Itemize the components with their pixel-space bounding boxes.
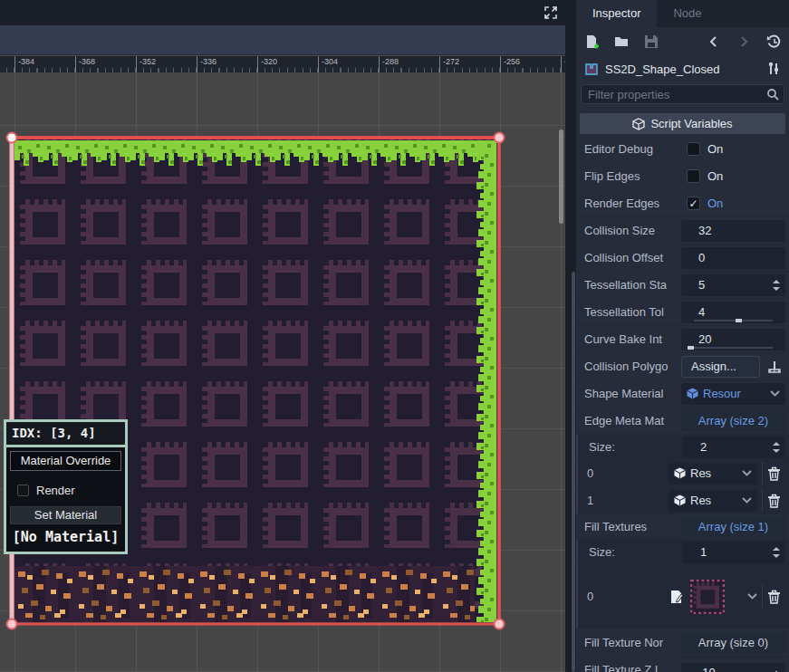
fill-textures-array-button[interactable]: Array (size 1) bbox=[681, 516, 785, 537]
ruler-tick: -352 bbox=[136, 56, 156, 72]
viewport-2d[interactable]: -384 -368 -352 -336 -320 -304 -288 -272 … bbox=[0, 0, 565, 672]
prop-flip-edges: Flip Edges On bbox=[576, 163, 789, 190]
resource-cube-icon bbox=[674, 494, 686, 506]
edge-meta-item-1: 1 Res bbox=[576, 487, 789, 514]
slider-thumb[interactable] bbox=[736, 319, 742, 322]
set-material-button[interactable]: Set Material bbox=[10, 506, 121, 524]
edge-meta-size-field[interactable]: 2 bbox=[683, 437, 785, 458]
tessellation-tolerance-field[interactable]: 4 bbox=[681, 302, 785, 323]
point-handle-topright[interactable] bbox=[495, 133, 505, 143]
chevron-down-icon bbox=[742, 470, 752, 476]
tessellation-stages-field[interactable]: 5 bbox=[681, 274, 785, 296]
render-checkbox[interactable] bbox=[17, 485, 29, 496]
shape-material-resource[interactable]: Resour bbox=[681, 383, 785, 405]
spinner-icon[interactable] bbox=[772, 440, 781, 455]
fill-textures-item-0: 0 bbox=[576, 565, 789, 629]
object-tools-icon[interactable] bbox=[765, 61, 782, 77]
prop-render-edges: Render Edges ✓On bbox=[576, 190, 789, 217]
viewport-vertical-scrollbar[interactable] bbox=[559, 130, 563, 224]
point-handle-bottomright[interactable] bbox=[495, 619, 505, 629]
prop-tessellation-tolerance: Tessellation Tol 4 bbox=[576, 299, 789, 326]
dock-tab-bar: Inspector Node bbox=[576, 0, 789, 27]
ruler-tick: -368 bbox=[75, 56, 95, 72]
prop-collision-polygon: Collision Polygo Assign... bbox=[576, 353, 789, 380]
load-resource-icon[interactable] bbox=[613, 34, 630, 50]
fill-textures-size-row: Size: 1 bbox=[576, 540, 789, 565]
ruler-tick: -304 bbox=[318, 56, 338, 72]
no-material-label: [No Material] bbox=[10, 524, 121, 547]
history-forward-icon[interactable] bbox=[736, 34, 752, 50]
slider-thumb[interactable] bbox=[688, 346, 694, 350]
resource-cube-icon bbox=[687, 388, 698, 399]
object-history-icon[interactable] bbox=[765, 34, 782, 50]
render-edges-checkbox[interactable]: ✓ bbox=[687, 197, 700, 210]
delete-item-icon[interactable] bbox=[762, 462, 785, 485]
section-title: Script Variables bbox=[650, 117, 732, 130]
slider-track[interactable] bbox=[694, 347, 773, 349]
canvas-area[interactable] bbox=[0, 72, 565, 672]
prop-fill-textures: Fill Textures Array (size 1) bbox=[576, 514, 789, 540]
viewport-toolbar bbox=[0, 25, 565, 55]
new-resource-icon[interactable] bbox=[583, 34, 600, 50]
resource-cube-icon bbox=[674, 467, 686, 479]
prop-fill-texture-normals: Fill Texture Nor Array (size 0) bbox=[576, 629, 789, 658]
fill-texture-normals-array-button[interactable]: Array (size 0) bbox=[681, 632, 785, 653]
chevron-down-icon[interactable] bbox=[747, 593, 757, 600]
flip-edges-checkbox[interactable] bbox=[687, 169, 700, 183]
fill-texture-thumbnail[interactable] bbox=[690, 580, 725, 614]
ss2d-node-icon bbox=[583, 61, 600, 77]
prop-curve-bake-interval: Curve Bake Int 20 bbox=[576, 326, 789, 353]
curve-bake-field[interactable]: 20 bbox=[681, 329, 785, 350]
spinner-icon[interactable] bbox=[772, 278, 781, 293]
clear-icon[interactable] bbox=[764, 356, 785, 378]
inspector-scrollbar[interactable] bbox=[572, 272, 575, 672]
chevron-up-icon[interactable] bbox=[771, 667, 782, 672]
history-back-icon[interactable] bbox=[706, 34, 722, 50]
expand-viewport-icon[interactable] bbox=[542, 4, 560, 22]
chevron-down-icon bbox=[742, 497, 752, 504]
save-resource-icon[interactable] bbox=[643, 34, 659, 50]
viewport-top-bar bbox=[0, 0, 565, 25]
point-handle-bottomleft[interactable] bbox=[7, 619, 17, 629]
delete-item-icon[interactable] bbox=[762, 489, 785, 512]
prop-fill-texture-z-index: Fill Texture Z I -10 bbox=[576, 658, 789, 672]
fill-texture-z-field[interactable]: -10 bbox=[681, 663, 785, 672]
fill-textures-size-field[interactable]: 1 bbox=[683, 542, 785, 563]
collision-offset-field[interactable]: 0 bbox=[681, 247, 785, 269]
chevron-down-icon bbox=[770, 390, 780, 397]
section-script-variables[interactable]: Script Variables bbox=[580, 113, 785, 134]
ss2d-shape[interactable] bbox=[0, 72, 565, 672]
tab-inspector[interactable]: Inspector bbox=[576, 0, 657, 27]
collision-size-field[interactable]: 32 bbox=[681, 220, 785, 242]
dirt-edge-texture bbox=[14, 566, 475, 622]
ruler-tick: -320 bbox=[257, 56, 277, 72]
edge-meta-size-row: Size: 2 bbox=[576, 435, 789, 460]
assign-collision-polygon-button[interactable]: Assign... bbox=[681, 356, 760, 378]
point-handle-topleft[interactable] bbox=[7, 133, 17, 143]
filter-properties-input[interactable] bbox=[581, 84, 784, 104]
grass-right-edge bbox=[475, 140, 496, 622]
edit-texture-icon[interactable] bbox=[669, 589, 685, 605]
horizontal-ruler: -384 -368 -352 -336 -320 -304 -288 -272 … bbox=[0, 56, 565, 72]
edge-index-label: IDX: [3, 4] bbox=[6, 422, 125, 447]
tab-node[interactable]: Node bbox=[657, 0, 717, 27]
grass-top-edge bbox=[14, 140, 496, 171]
delete-item-icon[interactable] bbox=[762, 585, 785, 608]
editor-debug-checkbox[interactable] bbox=[687, 142, 700, 156]
filter-properties-row bbox=[576, 82, 789, 109]
render-label: Render bbox=[36, 484, 75, 497]
prop-collision-size: Collision Size 32 bbox=[576, 217, 789, 245]
ruler-tick: -336 bbox=[197, 56, 216, 72]
ruler-tick: -288 bbox=[379, 56, 399, 72]
edge-meta-0-resource[interactable]: Res bbox=[669, 463, 757, 485]
spinner-icon[interactable] bbox=[772, 545, 781, 560]
material-override-button[interactable]: Material Override bbox=[10, 451, 121, 471]
inspector-toolbar bbox=[576, 27, 789, 56]
cube-icon bbox=[632, 118, 645, 130]
slider-track[interactable] bbox=[694, 320, 773, 322]
prop-collision-offset: Collision Offset 0 bbox=[576, 245, 789, 272]
edge-meta-array-button[interactable]: Array (size 2) bbox=[681, 410, 785, 431]
ruler-tick: -256 bbox=[500, 56, 520, 72]
edited-object-row: SS2D_Shape_Closed bbox=[576, 56, 789, 82]
edge-meta-1-resource[interactable]: Res bbox=[669, 490, 757, 512]
